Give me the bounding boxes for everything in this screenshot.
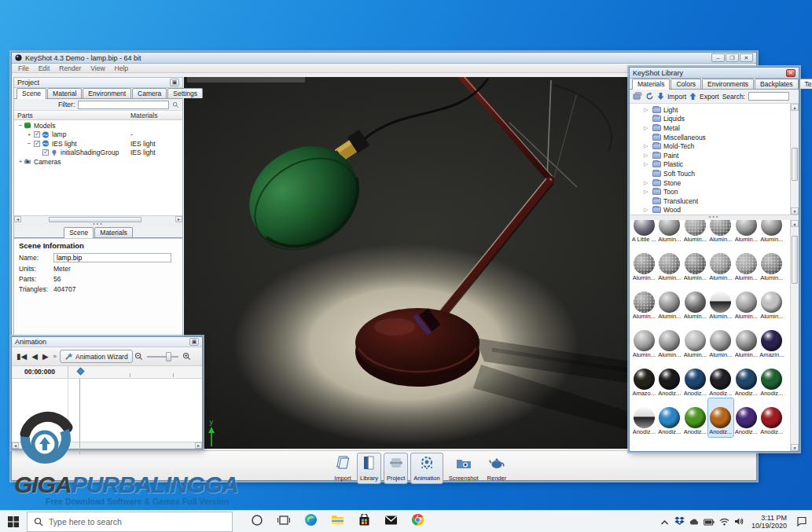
scroll-down-icon[interactable]: ▼ — [791, 207, 799, 215]
expander-icon[interactable]: ▷ — [644, 152, 650, 159]
material-folder-row[interactable]: ▷Toon — [644, 187, 790, 196]
start-button[interactable] — [0, 511, 27, 532]
skip-start-button[interactable]: ▮◀ — [15, 351, 28, 361]
store-taskbar-button[interactable] — [351, 511, 377, 532]
refresh-icon[interactable] — [645, 92, 654, 101]
tree-row[interactable]: +Cameras — [14, 157, 182, 167]
menu-file[interactable]: File — [18, 64, 29, 72]
edge-taskbar-button[interactable] — [297, 511, 324, 532]
libtab-colors[interactable]: Colors — [671, 79, 701, 89]
material-thumbnail[interactable]: Alumin... — [682, 283, 708, 321]
scroll-up-icon[interactable]: ▲ — [791, 220, 799, 227]
material-thumbnail[interactable]: Amazin... — [759, 321, 785, 360]
material-thumbnail[interactable]: Alumin... — [708, 283, 734, 321]
tree-column-header[interactable]: Parts Materials — [14, 111, 182, 120]
chrome-taskbar-button[interactable] — [404, 511, 431, 532]
material-thumbnail[interactable]: Anodiz... — [657, 398, 683, 437]
subtab-scene[interactable]: Scene — [64, 227, 94, 238]
project-button[interactable]: Project — [384, 453, 408, 484]
animation-wizard-button[interactable]: Animation Wizard — [60, 350, 133, 363]
material-thumbnail[interactable]: Amazo... — [631, 360, 657, 398]
close-button[interactable]: ✕ — [740, 53, 753, 62]
tab-environment[interactable]: Environment — [83, 88, 131, 98]
library-export-button[interactable]: Export — [700, 93, 719, 101]
tree-hscrollbar[interactable]: ◂ ▸ — [14, 215, 182, 222]
material-thumbnail[interactable]: Alumin... — [682, 321, 708, 360]
action-center-icon[interactable] — [792, 511, 812, 532]
material-thumbnail[interactable]: Anodiz... — [733, 398, 759, 437]
tab-material[interactable]: Material — [47, 88, 82, 98]
material-thumbnail[interactable]: Anodiz... — [759, 360, 785, 398]
project-close-icon[interactable]: ▣ — [170, 79, 179, 86]
step-back-button[interactable]: ◀ — [30, 351, 39, 361]
visibility-checkbox[interactable] — [42, 149, 49, 156]
material-thumbnail[interactable]: Alumin... — [631, 283, 657, 321]
timeline-zoom-slider[interactable] — [147, 356, 178, 358]
material-thumbnail[interactable]: Alumin... — [657, 220, 683, 244]
library-close-icon[interactable]: ✕ — [786, 69, 795, 77]
library-button[interactable]: Library — [357, 453, 381, 484]
material-thumbnail[interactable]: Alumin... — [682, 244, 708, 283]
menu-edit[interactable]: Edit — [39, 64, 50, 72]
expander-icon[interactable]: ▷ — [644, 107, 650, 113]
more-controls-button[interactable]: » — [52, 352, 58, 361]
material-thumbnail[interactable]: Anodiz... — [657, 360, 683, 398]
menu-view[interactable]: View — [90, 64, 105, 72]
taskbar-search[interactable]: Type here to search — [27, 512, 233, 532]
battery-tray-icon[interactable] — [702, 511, 717, 532]
playhead-marker[interactable] — [77, 368, 85, 376]
material-folder-row[interactable]: ▷Metal — [644, 123, 790, 133]
material-thumbnail[interactable]: Anodiz... — [631, 398, 657, 437]
tree-row[interactable]: −Models — [14, 121, 182, 130]
menu-help[interactable]: Help — [115, 64, 128, 72]
material-thumbnail[interactable]: Alumin... — [657, 244, 683, 283]
material-folder-row[interactable]: Miscellaneous — [644, 133, 790, 142]
material-thumbnail[interactable]: Alumin... — [733, 220, 759, 244]
material-folder-row[interactable]: ▷Light — [644, 105, 790, 115]
expander-icon[interactable]: ▷ — [644, 125, 650, 131]
material-thumbnail[interactable]: Alumin... — [657, 321, 683, 360]
wifi-tray-icon[interactable] — [717, 511, 732, 532]
timeline-area[interactable] — [12, 379, 202, 442]
scene-name-input[interactable] — [53, 253, 171, 262]
export-arrow-icon[interactable] — [689, 92, 696, 101]
library-import-button[interactable]: Import — [667, 93, 686, 101]
filter-input[interactable] — [78, 101, 169, 109]
render-button[interactable]: Render — [484, 453, 510, 484]
material-folder-row[interactable]: ▷Plastic — [644, 160, 790, 170]
material-folder-row[interactable]: Translucent — [644, 196, 790, 206]
material-thumbnail[interactable]: Anodiz... — [733, 360, 759, 398]
cortana-taskbar-button[interactable] — [244, 511, 270, 532]
libtab-backplates[interactable]: Backplates — [755, 79, 799, 89]
volume-tray-icon[interactable] — [732, 511, 747, 532]
visibility-checkbox[interactable] — [34, 131, 40, 138]
taskbar-clock[interactable]: 3:11 PM 10/19/2020 — [747, 514, 792, 530]
material-folder-row[interactable]: Liquids — [644, 115, 790, 124]
task-view-taskbar-button[interactable] — [270, 511, 297, 532]
restore-button[interactable]: ❐ — [726, 53, 739, 62]
libtab-materials[interactable]: Materials — [632, 79, 670, 90]
expander-icon[interactable]: ▷ — [644, 180, 650, 186]
file-explorer-taskbar-button[interactable] — [324, 511, 351, 532]
dropbox-tray-icon[interactable] — [672, 511, 687, 532]
material-thumbnail[interactable]: Alumin... — [733, 321, 759, 360]
animation-close-icon[interactable]: ▣ — [189, 338, 199, 346]
zoom-in-icon[interactable] — [182, 352, 191, 361]
scroll-left-icon[interactable]: ◂ — [14, 216, 21, 222]
animation-button[interactable]: Animation — [410, 453, 443, 484]
expander-icon[interactable]: − — [26, 140, 32, 147]
tab-settings[interactable]: Settings — [167, 88, 203, 98]
material-thumbnail[interactable]: Alumin... — [631, 244, 657, 283]
tab-camera[interactable]: Camera — [132, 88, 167, 98]
main-titlebar[interactable]: KeyShot 4.3 Demo - lamp.bip - 64 bit – ❐… — [12, 53, 756, 64]
screenshot-button[interactable]: Screenshot — [446, 453, 482, 484]
material-folder-row[interactable]: Soft Touch — [644, 169, 790, 178]
scroll-right-icon[interactable]: ▸ — [175, 216, 182, 222]
material-thumbnail[interactable]: A Little ... — [631, 220, 657, 244]
menu-render[interactable]: Render — [59, 64, 81, 72]
expander-icon[interactable]: + — [26, 131, 32, 138]
scroll-left-icon[interactable]: ◂ — [12, 442, 19, 449]
expander-icon[interactable]: ▷ — [644, 143, 650, 149]
library-search-input[interactable] — [748, 92, 789, 101]
material-thumbnail[interactable]: Anodiz... — [708, 360, 734, 398]
